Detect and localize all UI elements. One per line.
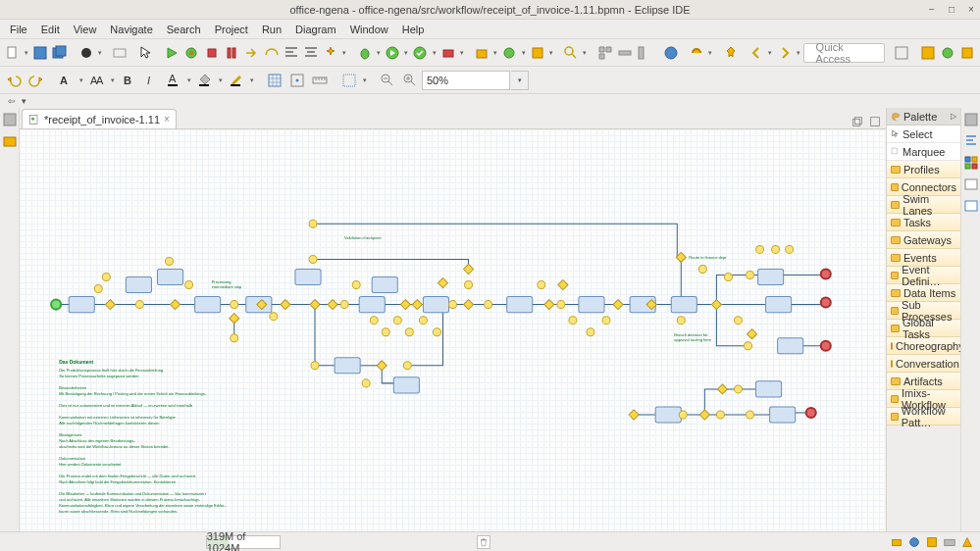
cursor-icon[interactable] bbox=[136, 42, 155, 64]
back-button[interactable] bbox=[748, 42, 766, 64]
outline-view-icon[interactable] bbox=[963, 133, 979, 149]
step-over-button[interactable] bbox=[262, 42, 281, 64]
status-icon-4[interactable] bbox=[943, 535, 956, 549]
font-size-dropdown[interactable]: ▾ bbox=[109, 76, 117, 84]
magic-dropdown[interactable]: ▾ bbox=[341, 49, 348, 57]
save-button[interactable] bbox=[30, 42, 49, 64]
status-icon-1[interactable] bbox=[890, 535, 903, 549]
save-all-button[interactable] bbox=[51, 42, 70, 64]
menu-run[interactable]: Run bbox=[256, 22, 287, 37]
maximize-button[interactable]: □ bbox=[947, 5, 956, 15]
line-color-dropdown[interactable]: ▾ bbox=[248, 76, 256, 84]
palette-section-choreography[interactable]: Choreography bbox=[887, 337, 960, 355]
globe-button[interactable] bbox=[661, 42, 680, 64]
toggle-button[interactable] bbox=[111, 42, 129, 64]
close-button[interactable]: × bbox=[966, 5, 976, 15]
font-color-dropdown[interactable]: ▾ bbox=[185, 76, 193, 84]
grid-toggle-button[interactable] bbox=[264, 70, 285, 91]
editor-tab[interactable]: *receipt_of_invoice-1.11 × bbox=[22, 109, 177, 128]
align-center-button[interactable] bbox=[301, 42, 320, 64]
menu-project[interactable]: Project bbox=[209, 22, 254, 37]
step-button[interactable] bbox=[242, 42, 261, 64]
breadcrumb-collapse-icon[interactable]: ▾ bbox=[22, 96, 26, 106]
layout2-button[interactable] bbox=[636, 42, 654, 64]
diagram-canvas[interactable]: Das DokumentDer Produktionsprozess läuft… bbox=[20, 129, 886, 531]
link-button[interactable] bbox=[688, 42, 706, 64]
fill-color-dropdown[interactable]: ▾ bbox=[217, 76, 225, 84]
coverage-button[interactable] bbox=[411, 42, 430, 64]
perspective-debug-icon[interactable] bbox=[938, 42, 956, 64]
console-view-icon[interactable] bbox=[963, 198, 979, 214]
open-type-dropdown[interactable]: ▾ bbox=[547, 49, 554, 57]
quick-access-input[interactable]: Quick Access bbox=[803, 43, 886, 63]
select-all-button[interactable] bbox=[338, 70, 360, 91]
menu-view[interactable]: View bbox=[68, 22, 103, 37]
menu-window[interactable]: Window bbox=[344, 22, 394, 37]
status-icon-3[interactable] bbox=[925, 535, 939, 549]
pause-button[interactable] bbox=[222, 42, 240, 64]
font-button[interactable]: A bbox=[55, 70, 77, 91]
external-tools-button[interactable] bbox=[438, 42, 457, 64]
perspective-bpmn-icon[interactable] bbox=[958, 42, 977, 64]
menu-help[interactable]: Help bbox=[396, 22, 431, 37]
font-dropdown[interactable]: ▾ bbox=[77, 76, 85, 84]
line-color-button[interactable] bbox=[226, 70, 247, 91]
restore-icon[interactable] bbox=[851, 115, 864, 128]
minimized-view-icon[interactable] bbox=[2, 112, 18, 127]
maximize-editor-icon[interactable] bbox=[868, 115, 882, 128]
new-package-button[interactable] bbox=[473, 42, 491, 64]
zoom-input[interactable] bbox=[422, 71, 510, 90]
palette-section-workflow-patt-[interactable]: Workflow Patt… bbox=[887, 408, 960, 426]
run-dropdown[interactable]: ▾ bbox=[403, 49, 410, 57]
back-dropdown[interactable]: ▾ bbox=[767, 49, 774, 57]
palette-tool-select[interactable]: Select bbox=[887, 125, 960, 143]
new-dropdown[interactable]: ▾ bbox=[23, 49, 29, 57]
font-size-button[interactable]: AA bbox=[86, 70, 108, 91]
run-button[interactable] bbox=[163, 42, 181, 64]
project-explorer-icon[interactable] bbox=[2, 133, 18, 149]
palette-tool-marquee[interactable]: Marquee bbox=[887, 143, 960, 161]
link-dropdown[interactable]: ▾ bbox=[707, 49, 714, 57]
select-dropdown[interactable]: ▾ bbox=[361, 76, 369, 84]
debug-bug-button[interactable] bbox=[355, 42, 374, 64]
perspective-java-icon[interactable] bbox=[918, 42, 937, 64]
palette-section-swim-lanes[interactable]: Swim Lanes bbox=[887, 196, 960, 214]
new-class-dropdown[interactable]: ▾ bbox=[520, 49, 527, 57]
palette-section-gateways[interactable]: Gateways bbox=[887, 231, 960, 249]
open-type-button[interactable] bbox=[528, 42, 546, 64]
bold-button[interactable]: B bbox=[118, 70, 139, 91]
forward-button[interactable] bbox=[775, 42, 794, 64]
tab-close-icon[interactable]: × bbox=[164, 114, 170, 125]
search-dropdown[interactable]: ▾ bbox=[582, 49, 589, 57]
palette-header[interactable]: Palette ▷ bbox=[887, 108, 960, 125]
new-class-button[interactable] bbox=[500, 42, 519, 64]
build-button[interactable] bbox=[77, 42, 95, 64]
pin-button[interactable] bbox=[721, 42, 740, 64]
palette-collapse-icon[interactable]: ▷ bbox=[951, 112, 956, 121]
rulers-button[interactable] bbox=[309, 70, 331, 91]
tasks-view-icon[interactable] bbox=[963, 176, 979, 192]
search-button[interactable] bbox=[562, 42, 581, 64]
palette-section-global-tasks[interactable]: Global Tasks bbox=[887, 320, 960, 337]
build-dropdown[interactable]: ▾ bbox=[96, 49, 103, 57]
redo-button[interactable] bbox=[26, 70, 47, 91]
snap-button[interactable] bbox=[286, 70, 308, 91]
run-play-button[interactable] bbox=[384, 42, 402, 64]
magic-button[interactable] bbox=[322, 42, 340, 64]
heap-status[interactable]: 319M of 1024M bbox=[206, 535, 281, 549]
menu-file[interactable]: File bbox=[4, 22, 33, 37]
gc-button[interactable] bbox=[477, 535, 490, 549]
palette-section-profiles[interactable]: Profiles bbox=[887, 161, 960, 178]
menu-navigate[interactable]: Navigate bbox=[104, 22, 158, 37]
external-tools-dropdown[interactable]: ▾ bbox=[458, 49, 465, 57]
minimize-button[interactable]: − bbox=[927, 5, 937, 15]
align-left-button[interactable] bbox=[282, 42, 300, 64]
breadcrumb-back-icon[interactable]: ⇦ bbox=[8, 96, 16, 106]
palette-section-conversation[interactable]: Conversation bbox=[887, 355, 960, 373]
menu-edit[interactable]: Edit bbox=[35, 22, 66, 37]
palette-section-event-defini-[interactable]: Event Defini… bbox=[887, 267, 960, 284]
properties-view-icon[interactable] bbox=[963, 155, 979, 171]
italic-button[interactable]: I bbox=[140, 70, 162, 91]
undo-button[interactable] bbox=[3, 70, 25, 91]
debug-button[interactable] bbox=[182, 42, 201, 64]
